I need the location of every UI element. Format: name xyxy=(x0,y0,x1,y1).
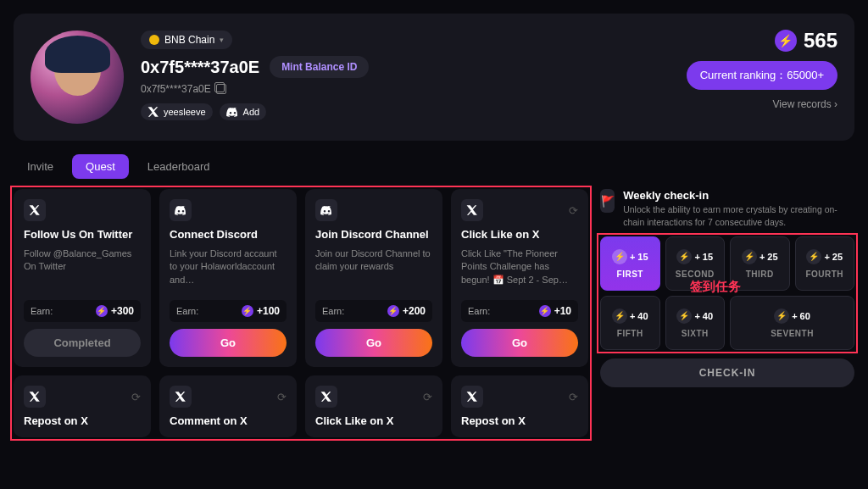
checkin-button[interactable]: CHECK-IN xyxy=(600,358,854,387)
earn-value: +200 xyxy=(403,305,426,317)
checkin-day[interactable]: ⚡+ 60SEVENTH xyxy=(730,296,854,350)
quest-title: Click Like on X xyxy=(315,414,432,427)
earn-row: Earn:⚡+300 xyxy=(24,300,141,322)
earn-label: Earn: xyxy=(31,306,53,316)
earn-row: Earn:⚡+200 xyxy=(315,300,432,322)
quest-card: Join Discord ChannelJoin our Discord Cha… xyxy=(305,189,442,367)
day-reward: + 15 xyxy=(694,252,713,262)
refresh-icon[interactable]: ⟳ xyxy=(277,391,287,403)
bolt-icon: ⚡ xyxy=(676,308,692,324)
earn-value: +10 xyxy=(554,305,571,317)
chevron-right-icon: › xyxy=(834,98,837,110)
tab-quest[interactable]: Quest xyxy=(72,154,129,179)
x-icon xyxy=(461,199,483,221)
day-reward: + 40 xyxy=(694,311,713,321)
discord-action: Add xyxy=(243,107,260,117)
go-button[interactable]: Go xyxy=(315,329,432,357)
x-icon xyxy=(24,386,46,408)
refresh-icon[interactable]: ⟳ xyxy=(569,204,578,217)
bolt-icon: ⚡ xyxy=(742,249,757,264)
checkin-day[interactable]: ⚡+ 40SIXTH xyxy=(665,296,726,350)
twitter-chip[interactable]: yeesleeve xyxy=(141,103,213,120)
quest-card: ⟳Comment on X xyxy=(159,375,297,437)
bolt-icon: ⚡ xyxy=(612,308,627,324)
ranking-label: Current ranking： xyxy=(700,69,787,81)
quest-desc: Follow @Balance_Games On Twitter xyxy=(24,247,141,293)
ranking-badge: Current ranking：65000+ xyxy=(687,61,837,90)
quest-title: Connect Discord xyxy=(170,228,287,241)
checkin-desc: Unlock the ability to earn more crystals… xyxy=(623,203,854,228)
checkin-day[interactable]: ⚡+ 25THIRD xyxy=(730,236,790,291)
day-label: SIXTH xyxy=(682,329,709,338)
completed-button: Completed xyxy=(24,329,141,357)
bolt-icon: ⚡ xyxy=(775,30,797,52)
quest-card: ⟳Repost on X xyxy=(451,375,588,437)
copy-icon[interactable] xyxy=(216,84,226,94)
day-reward: + 25 xyxy=(760,252,778,262)
checkin-day[interactable]: ⚡+ 40FIFTH xyxy=(600,296,660,350)
day-label: FIFTH xyxy=(617,329,643,338)
checkin-title: Weekly check-in xyxy=(623,189,854,202)
quest-desc: Join our Discord Channel to claim your r… xyxy=(315,247,432,293)
points-display: ⚡ 565 xyxy=(775,29,837,53)
earn-row: Earn:⚡+10 xyxy=(461,300,578,322)
wallet-address: 0x7f5****37a0E xyxy=(141,58,259,77)
day-reward: + 25 xyxy=(824,252,843,262)
earn-row: Earn:⚡+100 xyxy=(170,300,287,322)
refresh-icon[interactable]: ⟳ xyxy=(423,391,432,403)
bolt-icon: ⚡ xyxy=(96,305,108,317)
checkin-day[interactable]: ⚡+ 15SECOND xyxy=(665,236,726,291)
day-reward: + 40 xyxy=(630,311,648,321)
quest-title: Repost on X xyxy=(461,414,578,427)
quest-desc: Link your Discord accaunt to your Holawo… xyxy=(170,247,287,293)
discord-icon xyxy=(170,199,192,221)
bolt-icon: ⚡ xyxy=(806,249,821,264)
chain-selector[interactable]: BNB Chain ▾ xyxy=(141,31,232,49)
wallet-address-full: 0x7f5****37a0E xyxy=(141,83,211,95)
bnb-icon xyxy=(149,35,159,45)
x-icon xyxy=(170,386,192,408)
x-icon xyxy=(147,106,159,118)
checkin-section: 🚩 Weekly check-in Unlock the ability to … xyxy=(600,189,854,437)
refresh-icon[interactable]: ⟳ xyxy=(569,391,578,403)
chevron-down-icon: ▾ xyxy=(220,36,224,44)
go-button[interactable]: Go xyxy=(170,329,287,357)
discord-icon xyxy=(226,107,239,117)
earn-label: Earn: xyxy=(322,306,344,316)
checkin-day[interactable]: ⚡+ 25FOURTH xyxy=(795,236,855,291)
refresh-icon[interactable]: ⟳ xyxy=(131,391,141,403)
tabs: Invite Quest Leaderboard xyxy=(14,154,854,179)
flag-icon: 🚩 xyxy=(600,189,615,213)
x-icon xyxy=(461,386,483,408)
quests-section: 社交任务 Follow Us On TwitterFollow @Balance… xyxy=(14,189,588,437)
x-icon xyxy=(315,386,337,408)
bolt-icon: ⚡ xyxy=(539,305,551,317)
mint-balance-id-button[interactable]: Mint Balance ID xyxy=(270,56,369,78)
quest-title: Comment on X xyxy=(170,414,287,427)
view-records-link[interactable]: View records › xyxy=(773,98,837,110)
quest-title: Join Discord Channel xyxy=(315,228,432,241)
tab-invite[interactable]: Invite xyxy=(14,154,67,179)
ranking-value: 65000+ xyxy=(787,69,824,81)
quest-card: ⟳Click Like on XClick Like "The Pioneer … xyxy=(451,189,588,367)
discord-icon xyxy=(315,199,337,221)
earn-label: Earn: xyxy=(468,306,490,316)
earn-value: +300 xyxy=(111,305,134,317)
tab-leaderboard[interactable]: Leaderboard xyxy=(134,154,224,179)
earn-value: +100 xyxy=(257,305,280,317)
chain-label: BNB Chain xyxy=(164,34,214,46)
earn-label: Earn: xyxy=(176,306,198,316)
discord-chip[interactable]: Add xyxy=(220,103,267,120)
x-icon xyxy=(24,199,46,221)
quest-card: ⟳Repost on X xyxy=(14,375,151,437)
bolt-icon: ⚡ xyxy=(242,305,253,317)
day-label: THIRD xyxy=(746,270,774,279)
go-button[interactable]: Go xyxy=(461,329,578,357)
profile-card: BNB Chain ▾ 0x7f5****37a0E Mint Balance … xyxy=(14,14,854,141)
day-label: SECOND xyxy=(676,270,715,279)
quest-desc: Click Like "The Pioneer Points Challenge… xyxy=(461,247,578,293)
day-label: FOURTH xyxy=(805,270,843,279)
points-value: 565 xyxy=(804,29,837,53)
checkin-day[interactable]: ⚡+ 15FIRST xyxy=(600,236,660,291)
quest-card: ⟳Click Like on X xyxy=(305,375,442,437)
